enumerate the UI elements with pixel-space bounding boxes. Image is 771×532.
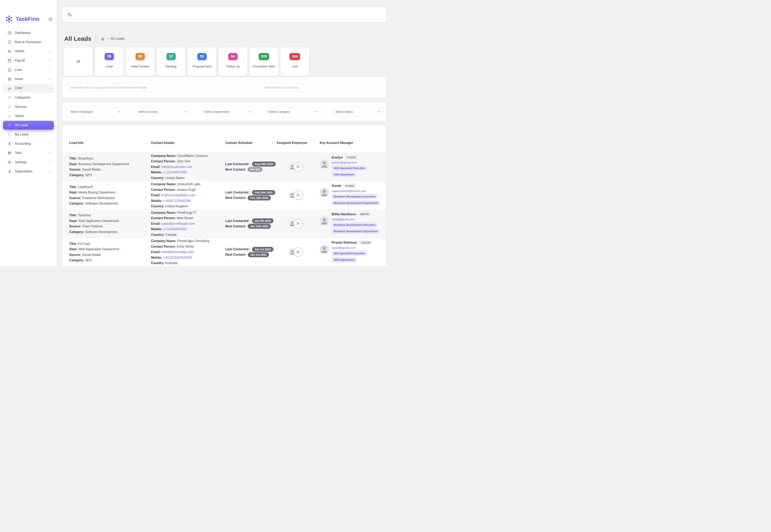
mobile-link[interactable]: (+61)213423423434	[163, 256, 192, 259]
sidebar-item-accounting[interactable]: Accounting	[3, 139, 54, 148]
sidebar-item-asset[interactable]: Asset	[3, 75, 54, 83]
sidebar-item-label: CRM	[15, 86, 22, 90]
status-card-meeting[interactable]: 12 Meeting	[157, 47, 185, 76]
select-department[interactable]: Select Department	[201, 107, 254, 116]
sidebar-toggle-button[interactable]	[48, 17, 53, 21]
status-count-badge: 29	[135, 53, 145, 60]
circle-icon	[8, 133, 11, 136]
manager-id-badge: V14139	[359, 240, 372, 245]
chevron-right-icon	[49, 77, 52, 81]
select-employee[interactable]: Select Employee	[67, 107, 124, 116]
manager-id-badge: V14034	[345, 155, 358, 160]
manager-id-badge: V14001	[343, 184, 356, 188]
column-header-contact-details: Contact Details	[151, 141, 225, 145]
sidebar-item-hrms[interactable]: HRMS	[3, 47, 54, 56]
select-label: Select Status	[335, 110, 353, 113]
leads-table: Lead Info Contact Details Contact Schedu…	[62, 125, 385, 266]
column-header-contact-schedule[interactable]: Contact Schedule	[225, 141, 276, 145]
sidebar-item-role-permission[interactable]: Role & Permission	[3, 38, 54, 47]
sidebar-item-crm[interactable]: CRM	[3, 84, 54, 93]
manager-id-badge: 346778	[358, 212, 370, 217]
sidebar-item-all-leads[interactable]: All Leads	[3, 121, 54, 130]
brand-logo-icon	[5, 15, 13, 23]
select-label: Select Employee	[70, 110, 93, 113]
mobile-link[interactable]: (+1)4160000000	[163, 227, 187, 231]
sidebar-item-payroll[interactable]: Payroll	[3, 56, 54, 65]
sidebar-item-categories[interactable]: Categories	[3, 93, 54, 102]
chevron-right-icon	[49, 68, 52, 71]
next-contact-badge: Jan 1st 2025	[248, 252, 269, 257]
next-contact-badge: Not Set	[248, 167, 262, 172]
sidebar-item-my-leads[interactable]: My Leads	[3, 130, 54, 139]
sidebar-item-loan[interactable]: Loan	[3, 65, 54, 74]
status-card-lead[interactable]: 55 Lead	[95, 47, 123, 76]
email-link[interactable]: info@cloudmatrix.net	[161, 165, 192, 169]
status-card-lost[interactable]: 106 Lost	[280, 47, 309, 76]
assigned-employee-cell	[276, 219, 315, 228]
sidebar-item-label: Role & Permission	[15, 40, 41, 44]
mobile-link[interactable]: (+44)07123456789	[163, 199, 190, 202]
chevron-down-icon	[49, 87, 52, 90]
status-card-label: Meeting	[166, 65, 176, 68]
manager-department-badge: SEO Department	[332, 172, 356, 177]
sidebar-item-label: My Leads	[15, 133, 29, 136]
sidebar-item-label: Payroll	[15, 59, 25, 62]
page-header: All Leads › All Leads	[64, 35, 385, 43]
table-header-row: Lead Info Contact Details Contact Schedu…	[62, 141, 385, 153]
select-category[interactable]: Select Category	[265, 107, 321, 116]
status-card-all[interactable]: All	[64, 47, 93, 76]
manager-email-link[interactable]: wapey34449@nicext.com	[332, 189, 380, 193]
contact-schedule-cell: Last Contacted :Aug 24th 2025 Next Conta…	[225, 161, 276, 172]
last-contacted-badge: Jan 5th 2025	[252, 218, 273, 223]
email-link[interactable]: sales@pixelforgeit.com	[161, 222, 195, 225]
manager-email-link[interactable]: evelyn@gmail.com	[332, 161, 367, 164]
home-icon[interactable]	[101, 37, 105, 41]
select-country[interactable]: Select Country	[135, 107, 190, 116]
table-row: Title: SmartSync Dept: Business Developm…	[62, 153, 385, 181]
key-account-manager-cell: Pranto Rahman V14139 wyatt@gmail.com SEO…	[315, 240, 385, 264]
status-card-converted-won[interactable]: 105 Converted / Won	[249, 47, 278, 76]
key-account-manager-cell: Sarah V14001 wapey34449@nicext.com Busin…	[315, 184, 385, 207]
sidebar-item-status[interactable]: Status	[3, 112, 54, 120]
column-header-key-account-manager: Key Account Manager	[315, 141, 385, 145]
assign-user-button[interactable]	[293, 162, 303, 172]
key-account-manager-cell: Evelyn V14034 evelyn@gmail.com SEO Speci…	[315, 155, 385, 178]
contact-schedule-cell: Last Contacted :Jan 1st 2025 Next Contac…	[225, 246, 276, 258]
sidebar-item-task[interactable]: Task	[3, 149, 54, 157]
last-contacted-badge: Jan 1st 2025	[252, 247, 273, 252]
manager-email-link[interactable]: nora@gmail.com	[332, 218, 380, 221]
select-status[interactable]: Select Status	[332, 107, 384, 116]
email-link[interactable]: hello@primeedge.com	[161, 250, 193, 254]
chevron-right-icon	[49, 59, 52, 62]
status-card-label: Follow Up	[226, 65, 240, 68]
dollar-icon	[7, 169, 12, 174]
next-contact-date-input[interactable]	[261, 83, 385, 92]
assign-user-button[interactable]	[293, 247, 303, 257]
sidebar-item-subscription[interactable]: Subscription	[3, 167, 54, 176]
column-header-lead-info: Lead Info	[69, 141, 151, 145]
dashboard-icon	[7, 31, 12, 35]
status-card-initial-contact[interactable]: 29 Initial Contact	[126, 47, 154, 76]
chevron-down-icon	[248, 110, 251, 113]
manager-department-badge: Business Development Department	[332, 229, 380, 234]
search-input[interactable]	[67, 83, 255, 92]
assign-user-button[interactable]	[293, 219, 303, 228]
status-card-label: Initial Contact	[131, 65, 149, 68]
sidebar: TaskFino Dashboard Role & Permission HRM…	[0, 0, 57, 266]
sort-icon[interactable]	[271, 141, 274, 145]
manager-email-link[interactable]: wyatt@gmail.com	[332, 246, 372, 249]
mobile-link[interactable]: (+1)1234567890	[163, 171, 187, 174]
status-card-proposal-sent[interactable]: 53 Proposal Sent	[188, 47, 216, 76]
select-label: Select Category	[268, 110, 290, 113]
status-card-label: Lead	[106, 65, 112, 68]
dark-mode-toggle[interactable]	[67, 12, 72, 17]
sidebar-item-settings[interactable]: Settings	[3, 158, 54, 167]
assign-user-button[interactable]	[293, 190, 303, 200]
status-card-label: Proposal Sent	[192, 65, 211, 68]
sidebar-item-sources[interactable]: Sources	[3, 102, 54, 111]
email-link[interactable]: hr@innovasoftlabs.com	[161, 193, 195, 197]
sidebar-item-dashboard[interactable]: Dashboard	[3, 28, 54, 37]
manager-name: Pranto Rahman	[332, 241, 357, 245]
sidebar-item-label: Loan	[15, 68, 22, 72]
status-card-follow-up[interactable]: 54 Follow Up	[219, 47, 247, 76]
